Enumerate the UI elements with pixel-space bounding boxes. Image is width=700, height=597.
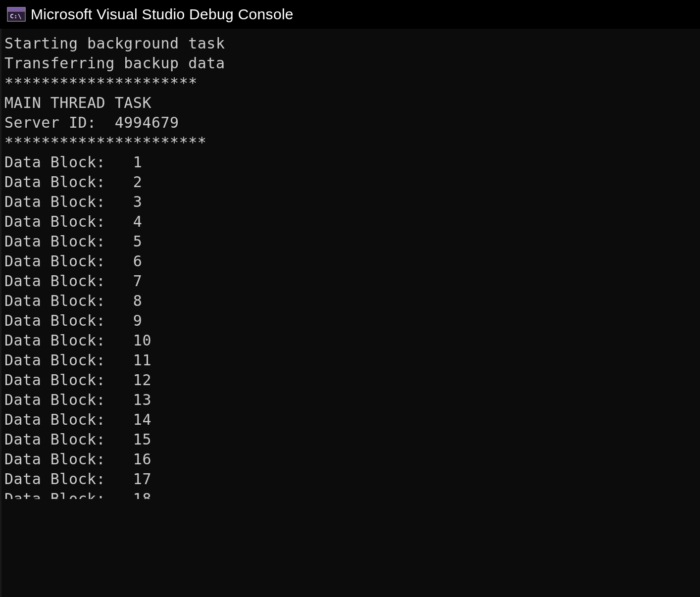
- console-line: Data Block: 12: [4, 370, 700, 390]
- console-output-text: Starting background taskTransferring bac…: [4, 34, 700, 499]
- console-line: **********************: [4, 133, 700, 152]
- console-line: Server ID: 4994679: [4, 113, 700, 133]
- console-line: Data Block: 5: [4, 232, 700, 251]
- console-line: Starting background task: [4, 34, 700, 53]
- console-line: Data Block: 6: [4, 251, 700, 271]
- console-line: Data Block: 9: [4, 311, 700, 331]
- svg-rect-1: [7, 7, 25, 11]
- console-line: Data Block: 3: [4, 192, 700, 212]
- console-line: Transferring backup data: [4, 53, 700, 73]
- console-line: Data Block: 11: [4, 350, 700, 370]
- console-line: Data Block: 1: [4, 152, 700, 172]
- console-line: *********************: [4, 73, 700, 93]
- console-line: Data Block: 8: [4, 291, 700, 311]
- console-line: Data Block: 16: [4, 449, 700, 469]
- titlebar[interactable]: C:\ Microsoft Visual Studio Debug Consol…: [0, 0, 700, 29]
- console-line: Data Block: 18: [4, 489, 700, 499]
- console-line: Data Block: 10: [4, 331, 700, 350]
- svg-text:C:\: C:\: [10, 12, 22, 20]
- window-title: Microsoft Visual Studio Debug Console: [31, 6, 294, 23]
- console-line: Data Block: 15: [4, 430, 700, 449]
- console-window: C:\ Microsoft Visual Studio Debug Consol…: [0, 0, 700, 597]
- console-line: Data Block: 14: [4, 410, 700, 430]
- console-line: Data Block: 7: [4, 271, 700, 291]
- console-icon: C:\: [7, 7, 26, 22]
- console-line: Data Block: 13: [4, 390, 700, 410]
- console-line: Data Block: 4: [4, 212, 700, 232]
- console-line: MAIN THREAD TASK: [4, 93, 700, 113]
- console-line: Data Block: 17: [4, 469, 700, 489]
- console-output-area[interactable]: Starting background taskTransferring bac…: [0, 29, 700, 597]
- console-line: Data Block: 2: [4, 172, 700, 192]
